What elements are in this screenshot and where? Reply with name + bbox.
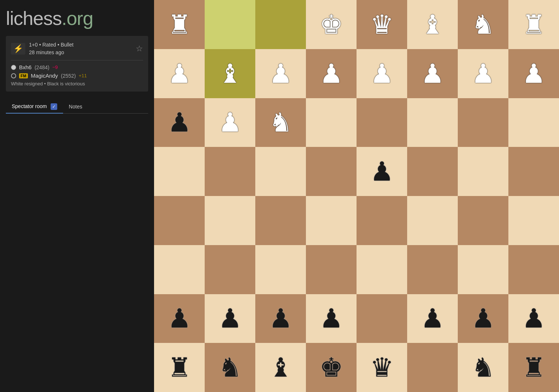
sq-d5[interactable] (306, 147, 357, 196)
sq-h6[interactable] (508, 98, 559, 147)
sq-e5[interactable]: ♟ (357, 147, 407, 196)
sq-h8[interactable]: ♜ (508, 0, 559, 49)
sq-f6[interactable] (407, 98, 458, 147)
sq-e7[interactable]: ♟ (357, 49, 407, 98)
sq-c1[interactable]: ♝ (255, 343, 306, 392)
sq-c5[interactable] (255, 147, 306, 196)
sq-g5[interactable] (458, 147, 508, 196)
sq-h4[interactable] (508, 196, 559, 245)
sq-b7[interactable]: ♝ (205, 49, 255, 98)
sq-b3[interactable] (205, 245, 255, 294)
black-player-rating: (2552) (61, 73, 76, 79)
sq-d8[interactable]: ♚ (306, 0, 357, 49)
white-rating-change: −9 (52, 64, 58, 70)
sq-b8[interactable] (205, 0, 255, 49)
sq-b2[interactable]: ♟ (205, 294, 255, 343)
sq-e3[interactable] (357, 245, 407, 294)
sq-e6[interactable] (357, 98, 407, 147)
sq-d7[interactable]: ♟ (306, 49, 357, 98)
game-meta-text: 1+0 • Rated • Bullet 28 minutes ago (29, 41, 74, 56)
sq-g1[interactable]: ♞ (458, 343, 508, 392)
sq-g6[interactable] (458, 98, 508, 147)
tab-notes[interactable]: Notes (63, 101, 88, 113)
sq-h7[interactable]: ♟ (508, 49, 559, 98)
sq-h2[interactable]: ♟ (508, 294, 559, 343)
sq-h5[interactable] (508, 147, 559, 196)
sq-a5[interactable] (154, 147, 205, 196)
sq-f4[interactable] (407, 196, 458, 245)
black-dot (11, 73, 16, 78)
game-rating-label: 1+0 • Rated • Bullet (29, 41, 74, 49)
white-dot (11, 65, 16, 70)
game-time-ago: 28 minutes ago (29, 49, 74, 56)
sq-b1[interactable]: ♞ (205, 343, 255, 392)
player-white-row: Bxh6 (2484) −9 (11, 64, 143, 70)
sq-f8[interactable]: ♝ (407, 0, 458, 49)
favorite-button[interactable]: ☆ (136, 44, 143, 53)
player-black-row: FM MagicAndy (2552) +11 (11, 73, 143, 79)
game-info-header: ⚡ 1+0 • Rated • Bullet 28 minutes ago ☆ (11, 41, 143, 56)
sq-e4[interactable] (357, 196, 407, 245)
game-info-box: ⚡ 1+0 • Rated • Bullet 28 minutes ago ☆ … (6, 36, 148, 92)
spectator-checkbox[interactable]: ✓ (51, 103, 57, 110)
sq-b6[interactable]: ♟ (205, 98, 255, 147)
sq-c8[interactable] (255, 0, 306, 49)
sq-d4[interactable] (306, 196, 357, 245)
sq-f3[interactable] (407, 245, 458, 294)
sq-d6[interactable] (306, 98, 357, 147)
sq-c7[interactable]: ♟ (255, 49, 306, 98)
logo: lichess.org (6, 7, 148, 29)
sq-c2[interactable]: ♟ (255, 294, 306, 343)
fm-badge: FM (19, 73, 28, 78)
notes-label: Notes (69, 104, 83, 110)
game-result: White resigned • Black is victorious (11, 81, 143, 86)
sq-g7[interactable]: ♟ (458, 49, 508, 98)
sq-a7[interactable]: ♟ (154, 49, 205, 98)
black-player-name: MagicAndy (31, 73, 58, 79)
sq-c6[interactable]: ♞ (255, 98, 306, 147)
sq-a1[interactable]: ♜ (154, 343, 205, 392)
sq-a4[interactable] (154, 196, 205, 245)
chess-board: ♜ ♚ ♛ ♝ ♞ ♜ ♟ ♝ ♟ ♟ ♟ ♟ ♟ ♟ ♟ ♟ ♞ (154, 0, 559, 392)
sq-g3[interactable] (458, 245, 508, 294)
sq-e2[interactable] (357, 294, 407, 343)
sq-a6[interactable]: ♟ (154, 98, 205, 147)
sq-a3[interactable] (154, 245, 205, 294)
left-panel: lichess.org ⚡ 1+0 • Rated • Bullet 28 mi… (0, 0, 154, 392)
sq-g8[interactable]: ♞ (458, 0, 508, 49)
sq-e8[interactable]: ♛ (357, 0, 407, 49)
white-player-name: Bxh6 (19, 64, 32, 70)
sq-f1[interactable] (407, 343, 458, 392)
sq-e1[interactable]: ♛ (357, 343, 407, 392)
sq-f7[interactable]: ♟ (407, 49, 458, 98)
white-player-rating: (2484) (34, 64, 49, 70)
spectator-label: Spectator room (12, 103, 47, 109)
sq-h1[interactable]: ♜ (508, 343, 559, 392)
sq-f2[interactable]: ♟ (407, 294, 458, 343)
sq-g4[interactable] (458, 196, 508, 245)
sq-f5[interactable] (407, 147, 458, 196)
tabs-row: Spectator room ✓ Notes (6, 100, 148, 114)
sq-d2[interactable]: ♟ (306, 294, 357, 343)
sq-a8[interactable]: ♜ (154, 0, 205, 49)
black-rating-change: +11 (79, 73, 87, 78)
sq-g2[interactable]: ♟ (458, 294, 508, 343)
board-container: ♜ ♚ ♛ ♝ ♞ ♜ ♟ ♝ ♟ ♟ ♟ ♟ ♟ ♟ ♟ ♟ ♞ (154, 0, 559, 392)
bolt-icon: ⚡ (11, 43, 25, 55)
sq-c3[interactable] (255, 245, 306, 294)
sq-h3[interactable] (508, 245, 559, 294)
logo-suffix: .org (62, 8, 93, 29)
sq-b5[interactable] (205, 147, 255, 196)
sq-d3[interactable] (306, 245, 357, 294)
logo-text: lichess (6, 8, 62, 29)
sq-c4[interactable] (255, 196, 306, 245)
sq-b4[interactable] (205, 196, 255, 245)
divider (11, 60, 143, 60)
sq-d1[interactable]: ♚ (306, 343, 357, 392)
tab-spectator[interactable]: Spectator room ✓ (6, 100, 63, 114)
sq-a2[interactable]: ♟ (154, 294, 205, 343)
game-info-left: ⚡ 1+0 • Rated • Bullet 28 minutes ago (11, 41, 74, 56)
